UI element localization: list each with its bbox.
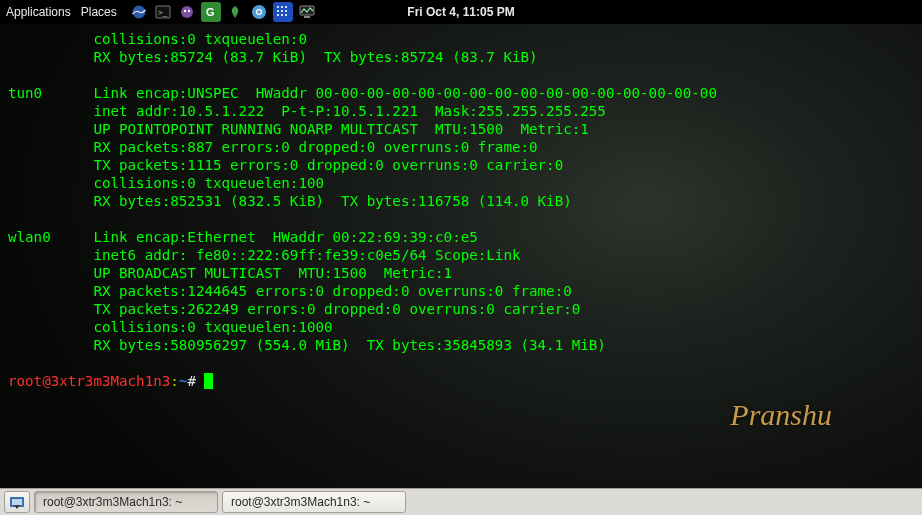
- show-desktop-button[interactable]: [4, 491, 30, 513]
- svg-rect-18: [281, 14, 283, 16]
- svg-rect-15: [281, 10, 283, 12]
- svg-point-3: [181, 6, 193, 18]
- svg-rect-21: [304, 16, 310, 18]
- svg-point-4: [184, 10, 186, 12]
- iceweasel-icon[interactable]: [129, 2, 149, 22]
- svg-text:>_: >_: [158, 8, 168, 17]
- menu-applications[interactable]: Applications: [6, 5, 71, 19]
- prompt-hash: #: [187, 373, 204, 389]
- pidgin-icon[interactable]: [177, 2, 197, 22]
- greenbone-icon[interactable]: G: [201, 2, 221, 22]
- cursor: [204, 373, 213, 389]
- bottom-panel: root@3xtr3m3Mach1n3: ~ root@3xtr3m3Mach1…: [0, 488, 922, 515]
- taskbar-item-label: root@3xtr3m3Mach1n3: ~: [43, 495, 182, 509]
- monitor-icon[interactable]: [297, 2, 317, 22]
- prompt-user: root@3xtr3m3Mach1n3: [8, 373, 170, 389]
- terminal-text: collisions:0 txqueuelen:0 RX bytes:85724…: [8, 31, 734, 353]
- taskbar-item-0[interactable]: root@3xtr3m3Mach1n3: ~: [34, 491, 218, 513]
- svg-rect-12: [281, 6, 283, 8]
- terminal-output[interactable]: collisions:0 txqueuelen:0 RX bytes:85724…: [0, 24, 922, 488]
- svg-rect-19: [285, 14, 287, 16]
- clock[interactable]: Fri Oct 4, 11:05 PM: [407, 5, 514, 19]
- svg-rect-11: [277, 6, 279, 8]
- prompt-sep: :: [170, 373, 179, 389]
- svg-point-5: [188, 10, 190, 12]
- taskbar-item-label: root@3xtr3m3Mach1n3: ~: [231, 495, 370, 509]
- top-panel: Applications Places >_ G Fri Oct 4, 11:0…: [0, 0, 922, 24]
- taskbar-item-1[interactable]: root@3xtr3m3Mach1n3: ~: [222, 491, 406, 513]
- svg-rect-13: [285, 6, 287, 8]
- svg-rect-23: [12, 499, 22, 505]
- svg-text:G: G: [206, 6, 215, 18]
- svg-rect-16: [285, 10, 287, 12]
- chromium-icon[interactable]: [249, 2, 269, 22]
- svg-rect-17: [277, 14, 279, 16]
- grid-icon[interactable]: [273, 2, 293, 22]
- leaf-icon[interactable]: [225, 2, 245, 22]
- terminal-icon[interactable]: >_: [153, 2, 173, 22]
- menu-places[interactable]: Places: [81, 5, 117, 19]
- svg-point-10: [257, 10, 261, 14]
- svg-rect-14: [277, 10, 279, 12]
